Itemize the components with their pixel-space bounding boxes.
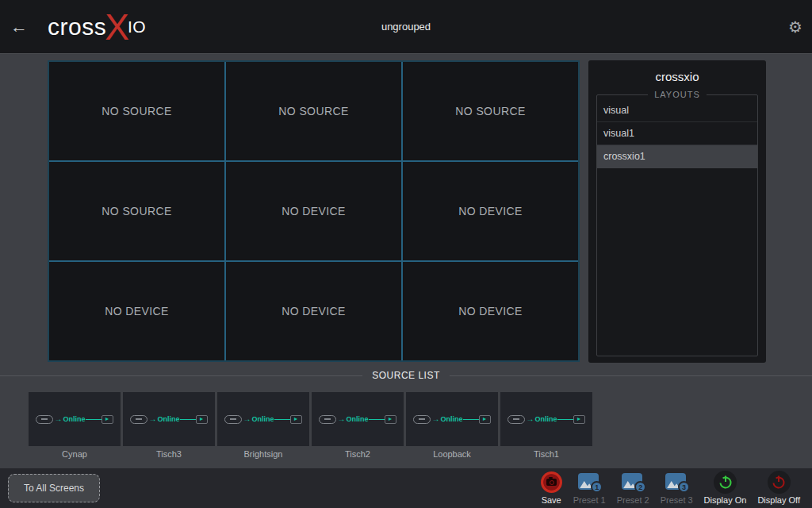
source-card-tisch1[interactable]: → Online ▸ Tisch1 xyxy=(500,392,592,459)
source-name: Tisch2 xyxy=(312,449,404,459)
save-button[interactable]: Save xyxy=(535,471,568,505)
online-status-graphic: → Online ▸ xyxy=(319,415,396,424)
arrow-right-icon: → xyxy=(337,415,345,423)
wire-line xyxy=(369,419,385,420)
device-icon xyxy=(36,415,53,424)
preset-3-button[interactable]: 3 Preset 3 xyxy=(655,471,699,505)
preset-image-icon: 2 xyxy=(622,473,644,491)
tile-status-label: NO DEVICE xyxy=(458,205,523,217)
wire-line xyxy=(557,419,573,420)
logo-text-pre: cross xyxy=(48,13,106,40)
wall-tile[interactable]: NO SOURCE xyxy=(226,62,401,160)
wall-tile[interactable]: NO SOURCE xyxy=(403,62,578,160)
top-bar: ← cross X io ungrouped ⚙ xyxy=(0,0,812,53)
arrow-right-icon: → xyxy=(54,415,62,423)
preset-image-icon: 1 xyxy=(578,473,600,491)
source-thumbnail: → Online ▸ xyxy=(406,392,498,446)
topbar-divider xyxy=(0,53,812,54)
preset-1-button[interactable]: 1 Preset 1 xyxy=(568,471,611,505)
play-icon: ▸ xyxy=(479,415,491,424)
online-status-graphic: → Online ▸ xyxy=(413,415,490,424)
display-on-button[interactable]: Display On xyxy=(699,471,753,505)
online-status-graphic: → Online ▸ xyxy=(224,415,301,424)
online-label: Online xyxy=(346,415,368,423)
arrow-right-icon: → xyxy=(243,415,251,423)
device-icon xyxy=(319,415,336,424)
online-label: Online xyxy=(157,415,179,423)
device-icon xyxy=(413,415,431,424)
legend-line-left xyxy=(0,375,362,376)
source-card-brightsign[interactable]: → Online ▸ Brightsign xyxy=(217,392,309,459)
wire-line xyxy=(463,419,479,420)
power-off-icon xyxy=(768,471,791,494)
tile-status-label: NO DEVICE xyxy=(282,305,346,318)
device-icon xyxy=(224,415,242,424)
wall-tile[interactable]: NO SOURCE xyxy=(49,162,224,260)
logo-x-icon: X xyxy=(105,11,129,43)
device-icon xyxy=(130,415,147,424)
bottom-bar: To All Screens Save 1 Preset 1 xyxy=(0,468,812,508)
source-name: Brightsign xyxy=(217,449,309,459)
wall-tile[interactable]: NO DEVICE xyxy=(403,162,578,260)
wall-tile[interactable]: NO DEVICE xyxy=(49,262,224,360)
source-card-cynap[interactable]: → Online ▸ Cynap xyxy=(29,392,121,459)
source-name: Loopback xyxy=(406,449,498,459)
save-label: Save xyxy=(542,495,561,505)
back-button[interactable]: ← xyxy=(0,17,38,37)
layouts-fieldset: LAYOUTS visual visual1 crossxio1 xyxy=(596,90,758,356)
arrow-right-icon: → xyxy=(431,415,439,423)
wall-tile[interactable]: NO DEVICE xyxy=(226,162,401,260)
app-logo: cross X io xyxy=(48,11,146,43)
save-camera-icon xyxy=(541,471,562,493)
source-card-loopback[interactable]: → Online ▸ Loopback xyxy=(406,392,498,459)
video-wall-grid: NO SOURCE NO SOURCE NO SOURCE NO SOURCE … xyxy=(48,60,580,362)
wire-line xyxy=(180,419,196,420)
arrow-right-icon: → xyxy=(148,415,156,423)
online-status-graphic: → Online ▸ xyxy=(36,415,113,424)
layouts-section-label: LAYOUTS xyxy=(648,90,707,99)
source-list-header: SOURCE LIST xyxy=(0,368,812,383)
wall-tile[interactable]: NO SOURCE xyxy=(49,62,224,160)
preset-2-button[interactable]: 2 Preset 2 xyxy=(611,471,655,505)
play-icon: ▸ xyxy=(196,415,208,424)
display-on-label: Display On xyxy=(704,495,747,505)
tile-status-label: NO SOURCE xyxy=(455,105,525,117)
back-arrow-icon: ← xyxy=(10,17,28,37)
layout-item-visual1[interactable]: visual1 xyxy=(597,122,757,145)
settings-button[interactable]: ⚙ xyxy=(788,0,802,53)
layout-item-visual[interactable]: visual xyxy=(597,99,757,122)
tile-status-label: NO SOURCE xyxy=(102,205,171,217)
logo-text-post: io xyxy=(128,17,146,37)
tile-status-label: NO SOURCE xyxy=(278,105,348,117)
online-label: Online xyxy=(63,415,85,423)
display-off-label: Display Off xyxy=(757,495,800,505)
source-card-tisch3[interactable]: → Online ▸ Tisch3 xyxy=(123,392,215,459)
play-icon: ▸ xyxy=(385,415,396,424)
source-thumbnail: → Online ▸ xyxy=(500,392,592,446)
tile-status-label: NO DEVICE xyxy=(105,305,169,318)
online-label: Online xyxy=(534,415,557,423)
wire-line xyxy=(274,419,290,420)
play-icon: ▸ xyxy=(102,415,113,424)
source-thumbnail: → Online ▸ xyxy=(29,392,121,446)
source-card-tisch2[interactable]: → Online ▸ Tisch2 xyxy=(312,392,404,459)
source-name: Cynap xyxy=(29,449,121,459)
display-off-button[interactable]: Display Off xyxy=(752,471,806,505)
wall-tile[interactable]: NO DEVICE xyxy=(226,262,401,360)
preset-1-label: Preset 1 xyxy=(573,495,606,505)
preset-image-icon: 3 xyxy=(665,473,688,491)
legend-line-right xyxy=(450,375,812,376)
play-icon: ▸ xyxy=(290,415,302,424)
preset-2-label: Preset 2 xyxy=(617,495,649,505)
preset-number-badge: 1 xyxy=(591,481,603,493)
wall-tile[interactable]: NO DEVICE xyxy=(403,262,578,360)
online-label: Online xyxy=(440,415,462,423)
preset-3-label: Preset 3 xyxy=(661,495,693,505)
source-name: Tisch1 xyxy=(500,449,592,459)
source-thumbnail: → Online ▸ xyxy=(312,392,404,446)
online-label: Online xyxy=(251,415,274,423)
arrow-right-icon: → xyxy=(526,415,534,423)
layout-item-crossxio1-selected[interactable]: crossxio1 xyxy=(597,145,757,168)
play-icon: ▸ xyxy=(573,415,585,424)
to-all-screens-button[interactable]: To All Screens xyxy=(8,474,100,502)
